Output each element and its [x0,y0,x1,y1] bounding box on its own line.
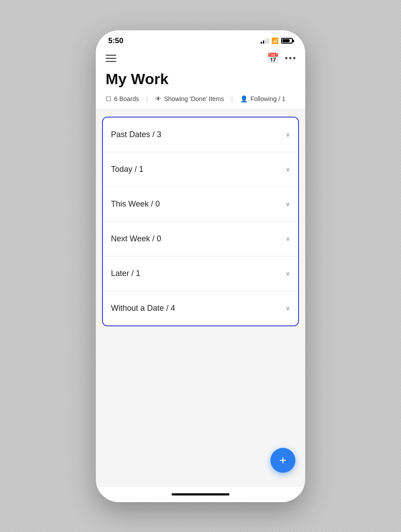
hamburger-menu-button[interactable] [106,55,116,62]
group-past-dates-label: Past Dates / 3 [111,130,161,139]
group-later-label: Later / 1 [111,269,140,278]
chevron-down-icon: ∨ [286,200,290,207]
chevron-down-icon: ∨ [286,235,290,242]
status-icons: 📶 [261,37,293,44]
following-label: Following / 1 [250,95,286,102]
group-today-label: Today / 1 [111,165,143,174]
eye-icon: 👁 [155,95,161,102]
filter-boards[interactable]: ☐ 6 Boards [106,95,139,102]
group-later[interactable]: Later / 1 ∨ [103,256,298,291]
group-this-week-label: This Week / 0 [111,199,160,209]
page-title: My Work [96,69,305,95]
battery-icon [281,38,293,44]
wifi-icon: 📶 [271,37,278,44]
boards-label: 6 Boards [114,95,139,102]
chevron-down-icon: ∨ [286,131,290,138]
signal-icon [261,38,269,44]
group-without-date[interactable]: Without a Date / 4 ∨ [103,291,298,325]
add-item-fab[interactable]: + [270,448,295,473]
person-icon: 👤 [240,95,248,102]
phone-frame: 5:50 📶 📅 [96,30,305,502]
content-area: Past Dates / 3 ∨ Today / 1 ∨ This Week /… [96,110,305,487]
home-indicator [96,487,305,502]
toolbar: 📅 [96,49,305,69]
filter-bar: ☐ 6 Boards | 👁 Showing 'Done' Items | 👤 … [96,95,305,110]
plus-icon: + [279,454,286,467]
filter-showing-done[interactable]: 👁 Showing 'Done' Items [155,95,224,102]
more-options-button[interactable] [285,57,295,59]
calendar-icon[interactable]: 📅 [267,53,279,64]
group-next-week[interactable]: Next Week / 0 ∨ [103,222,298,256]
filter-following[interactable]: 👤 Following / 1 [240,95,286,102]
toolbar-right: 📅 [267,53,295,64]
group-this-week[interactable]: This Week / 0 ∨ [103,187,298,222]
status-time: 5:50 [108,37,123,45]
home-bar [172,493,229,495]
group-today[interactable]: Today / 1 ∨ [103,152,298,187]
chevron-down-icon: ∨ [286,305,290,312]
status-bar: 5:50 📶 [96,30,305,49]
boards-icon: ☐ [106,95,111,102]
groups-container: Past Dates / 3 ∨ Today / 1 ∨ This Week /… [102,117,299,326]
chevron-down-icon: ∨ [286,270,290,277]
group-without-date-label: Without a Date / 4 [111,304,175,313]
showing-done-label: Showing 'Done' Items [164,95,224,102]
chevron-down-icon: ∨ [286,166,290,173]
group-next-week-label: Next Week / 0 [111,234,161,244]
group-past-dates[interactable]: Past Dates / 3 ∨ [103,118,298,152]
